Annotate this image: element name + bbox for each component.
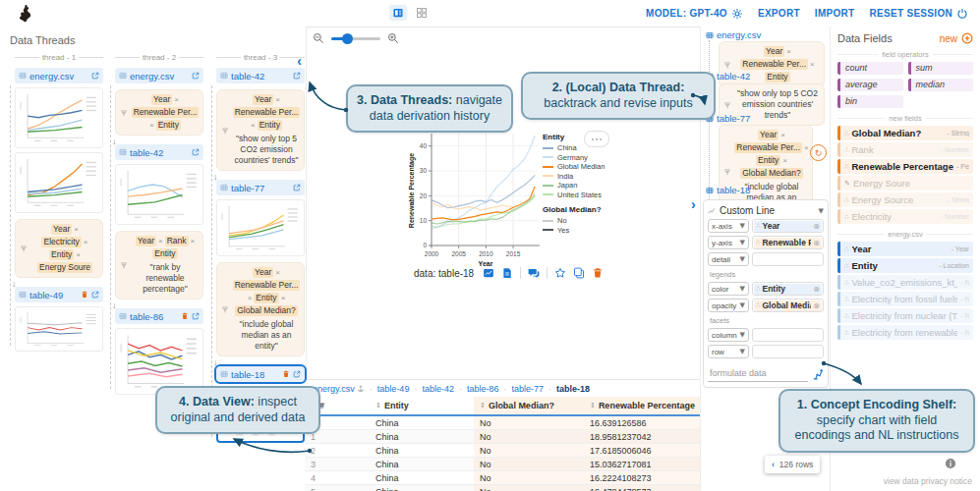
export-table-icon[interactable] bbox=[293, 72, 301, 80]
view-chart-icon[interactable] bbox=[483, 267, 494, 279]
field-chip[interactable]: Renewable Per... bbox=[740, 59, 808, 70]
chart-thumbnail[interactable] bbox=[216, 199, 305, 256]
table-card-table-18-selected[interactable]: table-18 bbox=[216, 366, 305, 382]
data-field-item[interactable]: ∴Renewable Percentage- Percentage bbox=[837, 159, 973, 174]
remove-field-icon[interactable]: ⊗ bbox=[813, 285, 820, 294]
encoding-slot-color[interactable]: ∴Entity⊗ bbox=[752, 282, 824, 296]
refresh-derivation-icon[interactable]: ↻ bbox=[810, 144, 827, 161]
encoding-slot-x-axis[interactable]: ∴Year⊗ bbox=[752, 219, 824, 233]
field-chip[interactable]: Renewable Per... bbox=[734, 142, 802, 153]
encoding-label-x-axis[interactable]: x-axis▼ bbox=[708, 219, 749, 233]
encoding-field-chip[interactable]: ∴Year⊗ bbox=[754, 221, 822, 232]
zoom-slider[interactable] bbox=[331, 37, 380, 40]
field-chip[interactable]: Renewable Per... bbox=[132, 107, 200, 118]
field-operator-count[interactable]: count bbox=[837, 62, 903, 75]
remove-field-icon[interactable]: × bbox=[810, 60, 815, 70]
data-field-item[interactable]: ∴Electricity from fossil fuels (...- Num… bbox=[837, 292, 973, 306]
column-header[interactable]: ↕Entity bbox=[370, 397, 474, 414]
encoding-label-color[interactable]: color▼ bbox=[708, 282, 749, 296]
encoding-slot-column[interactable] bbox=[752, 328, 824, 342]
remove-field-icon[interactable]: ⊗ bbox=[813, 301, 820, 310]
encoding-slot-detail[interactable] bbox=[752, 252, 824, 266]
remove-field-icon[interactable]: × bbox=[76, 250, 81, 260]
zoom-in-icon[interactable] bbox=[387, 32, 399, 44]
encoding-slot-opacity[interactable]: ∴Global Median?⊗ bbox=[752, 299, 824, 312]
data-field-item[interactable]: ∴Rank- Number bbox=[837, 142, 973, 157]
data-field-item[interactable]: ∴Value_co2_emissions_kt_by...- Number bbox=[837, 275, 973, 290]
field-operator-average[interactable]: average bbox=[837, 79, 903, 91]
field-operator-median[interactable]: median bbox=[908, 79, 974, 91]
rows-pager[interactable]: ‹ 126 rows bbox=[765, 456, 820, 473]
encoding-field-chip[interactable]: ∴Renewable Per...⊗ bbox=[754, 238, 822, 248]
data-field-item[interactable]: ✎Energy Soure bbox=[837, 176, 973, 191]
zoom-out-icon[interactable] bbox=[313, 32, 324, 44]
remove-field-icon[interactable]: × bbox=[251, 121, 256, 131]
export-table-icon[interactable] bbox=[293, 184, 301, 191]
remove-field-icon[interactable]: × bbox=[174, 95, 179, 105]
table-card-table-42[interactable]: table-42 bbox=[115, 144, 203, 160]
encoding-label-column[interactable]: column▼ bbox=[708, 328, 749, 342]
field-chip[interactable]: Entity bbox=[258, 120, 282, 131]
import-button[interactable]: IMPORT bbox=[815, 8, 855, 19]
comment-icon[interactable] bbox=[528, 267, 540, 279]
export-table-icon[interactable] bbox=[192, 312, 200, 320]
remove-field-icon[interactable]: ⊗ bbox=[813, 222, 820, 231]
encoding-label-y-axis[interactable]: y-axis▼ bbox=[708, 236, 749, 249]
encoding-label-row[interactable]: row▼ bbox=[708, 345, 749, 358]
data-field-item[interactable]: ∴Energy Source- String bbox=[837, 192, 973, 207]
chart-thumbnail[interactable] bbox=[115, 328, 203, 395]
table-card-table-42[interactable]: table-42 bbox=[216, 68, 305, 83]
export-button[interactable]: EXPORT bbox=[758, 8, 800, 19]
field-chip[interactable]: Electricity bbox=[41, 237, 81, 247]
field-chip[interactable]: Year bbox=[136, 236, 156, 246]
data-field-item[interactable]: ∴Entity- Location bbox=[837, 258, 973, 273]
table-card-table-86[interactable]: table-86 bbox=[115, 308, 203, 324]
delete-table-icon[interactable] bbox=[81, 291, 88, 299]
privacy-notice-link[interactable]: view data privacy notice bbox=[884, 476, 972, 486]
remove-field-icon[interactable]: × bbox=[149, 121, 154, 131]
export-table-icon[interactable] bbox=[91, 72, 99, 80]
chart-thumbnail[interactable] bbox=[15, 306, 103, 352]
field-chip[interactable]: Global Median? bbox=[740, 168, 803, 179]
remove-field-icon[interactable]: × bbox=[275, 95, 280, 105]
encoding-field-chip[interactable]: ∴Global Median?⊗ bbox=[754, 300, 822, 311]
formulate-data-input[interactable]: formulate data bbox=[708, 366, 808, 382]
favorite-star-icon[interactable] bbox=[554, 267, 566, 279]
chart-more-options-icon[interactable] bbox=[584, 131, 609, 147]
field-chip[interactable]: Rank bbox=[165, 236, 189, 246]
thread-link-table-18[interactable]: table-18 bbox=[706, 185, 750, 195]
thread-link-energy-csv[interactable]: energy.csv bbox=[706, 29, 761, 40]
table-card-table-77[interactable]: table-77 bbox=[216, 180, 305, 195]
encoding-slot-y-axis[interactable]: ∴Renewable Per...⊗ bbox=[752, 236, 824, 249]
encoding-slot-row[interactable] bbox=[752, 345, 824, 358]
field-chip[interactable]: Year bbox=[51, 224, 72, 235]
data-field-item[interactable]: ∴Year- Year bbox=[837, 242, 973, 256]
model-selector[interactable]: MODEL: GPT-4O bbox=[646, 8, 743, 20]
remove-field-icon[interactable]: × bbox=[191, 237, 196, 246]
field-operator-sum[interactable]: sum bbox=[908, 62, 974, 75]
field-chip[interactable]: Renewable Per... bbox=[233, 107, 301, 118]
gear-icon[interactable] bbox=[731, 8, 743, 20]
encoding-label-detail[interactable]: detail▼ bbox=[708, 252, 749, 266]
tab-table-86[interactable]: table-86 bbox=[467, 384, 499, 394]
tab-table-18[interactable]: table-18 bbox=[556, 384, 590, 394]
field-chip[interactable]: Entity bbox=[152, 248, 177, 259]
grid-view-toggle-icon[interactable] bbox=[413, 5, 431, 21]
field-chip[interactable]: Renewable Per... bbox=[233, 280, 301, 291]
export-table-icon[interactable] bbox=[91, 291, 99, 299]
delete-table-icon[interactable] bbox=[282, 370, 290, 378]
column-header[interactable]: ↕Renewable Percentage bbox=[584, 397, 706, 414]
export-table-icon[interactable] bbox=[293, 370, 301, 378]
remove-field-icon[interactable]: × bbox=[786, 47, 791, 57]
chart-type-selector[interactable]: Custom Line ▼ bbox=[708, 205, 824, 216]
encoding-field-chip[interactable]: ∴Entity⊗ bbox=[754, 284, 822, 295]
remove-field-icon[interactable]: × bbox=[782, 156, 787, 166]
reset-session-button[interactable]: RESET SESSION bbox=[870, 8, 968, 20]
export-table-icon[interactable] bbox=[192, 72, 200, 80]
delete-chart-icon[interactable] bbox=[592, 267, 604, 279]
remove-field-icon[interactable]: ⊗ bbox=[813, 239, 820, 247]
field-chip[interactable]: Entity bbox=[756, 155, 780, 166]
delete-table-icon[interactable] bbox=[181, 312, 189, 320]
add-field-icon[interactable] bbox=[961, 32, 973, 44]
column-header[interactable]: ↕Global Median? bbox=[474, 397, 584, 414]
